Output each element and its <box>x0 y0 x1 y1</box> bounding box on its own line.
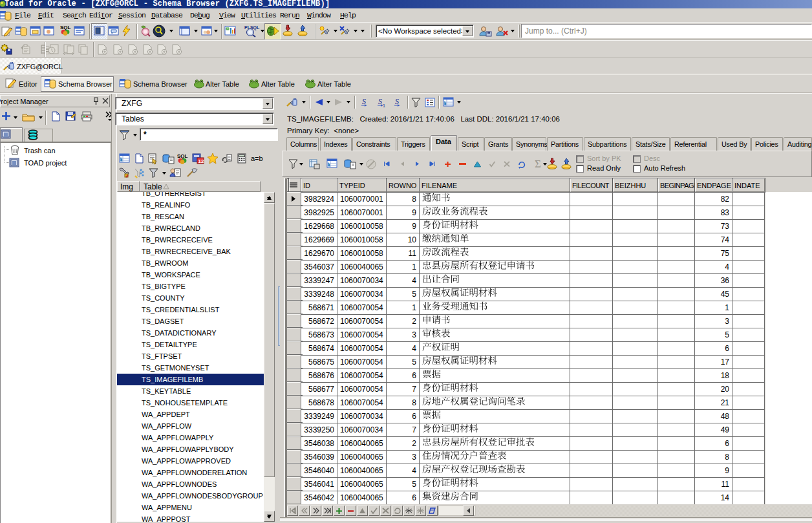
svg-text:1: 1 <box>383 103 385 108</box>
svg-text:SQL: SQL <box>177 153 188 159</box>
svg-text:SQL: SQL <box>60 25 71 30</box>
svg-text:12: 12 <box>198 158 204 164</box>
